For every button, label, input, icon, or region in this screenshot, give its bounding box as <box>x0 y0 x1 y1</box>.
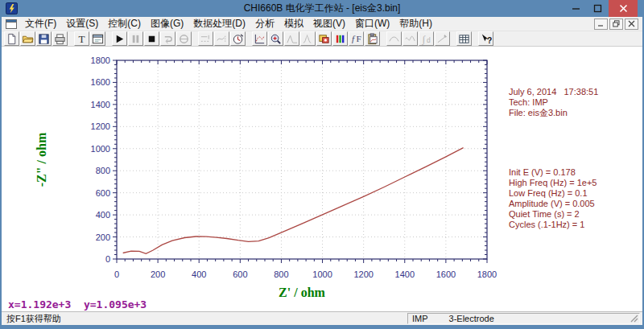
toolbar-button-zoom-in[interactable] <box>268 31 283 46</box>
ir-compensation-icon <box>200 33 212 45</box>
mdi-close-icon <box>628 20 635 27</box>
mdi-minimize-button[interactable] <box>594 19 608 30</box>
toolbar-button-present-data-plot[interactable] <box>252 31 267 46</box>
copy-to-clipboard-icon <box>366 33 378 45</box>
svg-text:F: F <box>357 34 361 43</box>
info-line: July 6, 2014 17:38:51 <box>509 87 598 97</box>
x-tick-label: 1600 <box>436 269 456 279</box>
toolbar-button-run-experiment[interactable] <box>112 31 127 46</box>
x-tick-label: 1200 <box>353 269 373 279</box>
maximize-button[interactable] <box>587 0 609 17</box>
toolbar: TfF∫d? <box>2 31 642 47</box>
menu-item-help[interactable]: 帮助(H) <box>394 16 437 31</box>
toolbar-button-color-legend[interactable] <box>332 31 348 46</box>
svg-text:∫: ∫ <box>422 34 426 45</box>
toolbar-button-zero-current <box>176 31 192 46</box>
mdi-window-controls <box>594 19 638 30</box>
run-timer-icon <box>232 33 244 45</box>
menu-items: 文件(F)设置(S)控制(C)图像(G)数据处理(D)分析模拟视图(V)窗口(W… <box>20 16 437 31</box>
menu-item-analysis[interactable]: 分析 <box>250 16 279 31</box>
toolbar-button-smoothing <box>386 31 402 46</box>
toolbar-button-save-file[interactable] <box>36 31 52 46</box>
font-settings-icon: fF <box>350 33 362 45</box>
toolbar-button-text-label[interactable]: T <box>74 31 89 46</box>
plot-frame <box>117 60 487 259</box>
app-icon[interactable] <box>6 2 18 14</box>
info-line: Tech: IMP <box>509 97 598 108</box>
impedance-curve <box>123 148 464 254</box>
svg-text:f: f <box>352 34 356 43</box>
cursor-coordinate-readout: x=1.192e+3 y=1.095e+3 <box>8 298 147 310</box>
menu-item-simulation[interactable]: 模拟 <box>279 16 308 31</box>
x-tick-label: 200 <box>151 269 165 279</box>
svg-text:T: T <box>78 33 85 45</box>
toolbar-button-graph-options[interactable] <box>316 31 332 46</box>
document-icon[interactable] <box>6 19 17 29</box>
menu-item-window[interactable]: 窗口(W) <box>350 16 394 31</box>
cell-panel-icon <box>92 33 104 45</box>
resize-grip[interactable] <box>630 314 638 323</box>
toolbar-button-print[interactable] <box>52 31 68 46</box>
integration-icon: ∫d <box>420 33 432 45</box>
run-experiment-icon <box>114 33 126 45</box>
toolbar-button-context-help[interactable]: ? <box>478 31 493 46</box>
toolbar-button-stop-experiment[interactable] <box>144 31 159 46</box>
toolbar-button-copy-to-clipboard[interactable] <box>365 31 380 46</box>
mdi-close-button[interactable] <box>625 19 638 30</box>
toolbar-button-peak-definition <box>284 31 299 46</box>
color-legend-icon <box>334 33 346 45</box>
peak-definition-icon <box>286 33 298 45</box>
close-button[interactable] <box>609 0 638 17</box>
title-bar[interactable]: CHI660B 电化学工作站 - [eis金3.bin] <box>2 0 642 17</box>
smoothing-icon <box>388 33 400 45</box>
param-line: Amplitude (V) = 0.005 <box>509 199 598 209</box>
close-icon <box>619 4 628 13</box>
status-technique: IMP <box>412 314 428 323</box>
filter-settings-icon <box>216 33 228 45</box>
toolbar-button-run-timer[interactable] <box>230 31 246 46</box>
pause-experiment-icon <box>130 33 142 45</box>
y-axis-title: -Z" / ohm <box>35 132 48 187</box>
menu-item-graphics[interactable]: 图像(G) <box>146 16 188 31</box>
stop-experiment-icon <box>146 33 158 45</box>
x-tick-label: 600 <box>233 269 247 279</box>
zoom-in-icon <box>270 33 282 45</box>
svg-text:?: ? <box>487 35 492 44</box>
print-icon <box>54 33 66 45</box>
toolbar-button-font-settings[interactable]: fF <box>349 31 364 46</box>
status-technique-panel: IMP 3-Electrode <box>407 313 640 324</box>
x-tick-label: 0 <box>114 269 119 279</box>
text-label-icon: T <box>76 33 88 45</box>
y-tick-label: 1200 <box>91 121 110 131</box>
toolbar-button-open-file[interactable] <box>20 31 35 46</box>
menu-item-file[interactable]: 文件(F) <box>20 16 61 31</box>
svg-text:d: d <box>427 36 431 44</box>
info-line: File: eis金3.bin <box>509 108 598 118</box>
param-line: High Freq (Hz) = 1e+5 <box>509 178 598 188</box>
menu-item-control[interactable]: 控制(C) <box>103 16 146 31</box>
menu-bar: 文件(F)设置(S)控制(C)图像(G)数据处理(D)分析模拟视图(V)窗口(W… <box>2 17 642 31</box>
app-window: CHI660B 电化学工作站 - [eis金3.bin] 文件(F)设置(S)控… <box>0 0 644 329</box>
mdi-restore-icon <box>613 20 620 27</box>
toolbar-button-pause-experiment <box>128 31 143 46</box>
param-line: Quiet Time (s) = 2 <box>509 209 598 220</box>
toolbar-button-filter-settings <box>214 31 229 46</box>
menu-item-setup[interactable]: 设置(S) <box>61 16 103 31</box>
x-tick-label: 1800 <box>477 269 497 279</box>
menu-item-data-processing[interactable]: 数据处理(D) <box>188 16 250 31</box>
y-tick-label: 400 <box>96 210 110 220</box>
mdi-restore-button[interactable] <box>609 19 623 30</box>
toolbar-button-integration: ∫d <box>419 31 434 46</box>
x-axis-title: Z' / ohm <box>279 286 325 299</box>
mdi-minimize-icon <box>597 20 605 27</box>
toolbar-button-cell-panel[interactable] <box>90 31 105 46</box>
y-tick-label: 0 <box>105 254 110 264</box>
minimize-button[interactable] <box>565 0 587 17</box>
toolbar-button-data-listing[interactable] <box>456 31 472 46</box>
plot-client-area: 0200400600800100012001400160018000200400… <box>2 47 642 311</box>
toolbar-button-new-file[interactable] <box>4 31 19 46</box>
y-tick-label: 1800 <box>91 56 110 65</box>
save-file-icon <box>38 33 50 45</box>
menu-item-view[interactable]: 视图(V) <box>308 16 350 31</box>
minimize-icon <box>572 4 580 13</box>
